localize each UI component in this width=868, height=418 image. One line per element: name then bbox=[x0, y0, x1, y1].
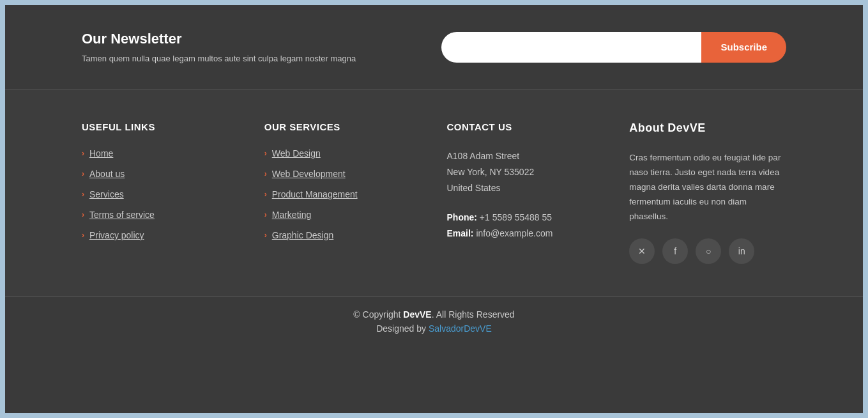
newsletter-title: Our Newsletter bbox=[82, 31, 356, 47]
nav-link-about[interactable]: About us bbox=[89, 169, 125, 179]
email-line: Email: info@example.com bbox=[447, 226, 604, 242]
about-col: About DevVE Cras fermentum odio eu feugi… bbox=[629, 121, 786, 264]
subscribe-button[interactable]: Subscribe bbox=[701, 32, 786, 63]
chevron-icon: › bbox=[264, 149, 267, 158]
our-services-heading: OUR SERVICES bbox=[264, 121, 422, 132]
chevron-icon: › bbox=[82, 149, 84, 158]
address-line3: United States bbox=[447, 180, 604, 196]
our-services-col: OUR SERVICES › Web Design › Web Developm… bbox=[264, 121, 422, 264]
chevron-icon: › bbox=[82, 210, 84, 219]
twitter-icon[interactable]: ✕ bbox=[629, 238, 655, 264]
contact-info: Phone: +1 5589 55488 55 Email: info@exam… bbox=[447, 210, 604, 242]
list-item: › Privacy policy bbox=[82, 230, 239, 240]
chevron-icon: › bbox=[264, 210, 267, 219]
designed-by-text: Designed by SalvadorDevVE bbox=[18, 323, 850, 334]
list-item: › About us bbox=[82, 169, 239, 179]
nav-link-terms[interactable]: Terms of service bbox=[89, 210, 155, 220]
list-item: › Marketing bbox=[264, 210, 422, 220]
designed-by-prefix: Designed by bbox=[376, 323, 429, 334]
chevron-icon: › bbox=[82, 190, 84, 199]
nav-link-home[interactable]: Home bbox=[89, 148, 113, 159]
service-link-marketing[interactable]: Marketing bbox=[272, 210, 311, 220]
services-list: › Web Design › Web Development › Product… bbox=[264, 148, 422, 240]
nav-link-privacy[interactable]: Privacy policy bbox=[89, 230, 144, 240]
address-line2: New York, NY 535022 bbox=[447, 164, 604, 180]
email-label: Email: bbox=[447, 228, 474, 238]
contact-us-col: CONTACT US A108 Adam Street New York, NY… bbox=[447, 121, 604, 264]
service-link-webdev[interactable]: Web Development bbox=[272, 169, 346, 179]
list-item: › Terms of service bbox=[82, 210, 239, 220]
service-link-graphicdesign[interactable]: Graphic Design bbox=[272, 230, 334, 240]
designer-link[interactable]: SalvadorDevVE bbox=[429, 323, 492, 334]
facebook-icon[interactable]: f bbox=[662, 238, 688, 264]
chevron-icon: › bbox=[264, 190, 267, 199]
list-item: › Home bbox=[82, 148, 239, 159]
list-item: › Product Management bbox=[264, 189, 422, 199]
phone-label: Phone: bbox=[447, 212, 477, 222]
list-item: › Graphic Design bbox=[264, 230, 422, 240]
chevron-icon: › bbox=[82, 169, 84, 178]
brand-name: DevVE bbox=[403, 309, 431, 320]
instagram-icon[interactable]: ○ bbox=[696, 238, 721, 264]
phone-line: Phone: +1 5589 55488 55 bbox=[447, 210, 604, 226]
rights-text: . All Rights Reserved bbox=[432, 309, 515, 320]
newsletter-subtitle: Tamen quem nulla quae legam multos aute … bbox=[82, 54, 356, 63]
social-icons-group: ✕ f ○ in bbox=[629, 238, 786, 264]
newsletter-text: Our Newsletter Tamen quem nulla quae leg… bbox=[82, 31, 356, 63]
service-link-productmgmt[interactable]: Product Management bbox=[272, 189, 358, 199]
about-heading: About DevVE bbox=[629, 121, 786, 135]
page-wrapper: Our Newsletter Tamen quem nulla quae leg… bbox=[0, 0, 868, 418]
newsletter-form: Subscribe bbox=[441, 32, 786, 63]
linkedin-icon[interactable]: in bbox=[729, 238, 754, 264]
useful-links-heading: USEFUL LINKS bbox=[82, 121, 239, 132]
list-item: › Web Development bbox=[264, 169, 422, 179]
chevron-icon: › bbox=[264, 169, 267, 178]
address-line1: A108 Adam Street bbox=[447, 148, 604, 164]
newsletter-section: Our Newsletter Tamen quem nulla quae leg… bbox=[5, 5, 863, 89]
footer-main: USEFUL LINKS › Home › About us › Service… bbox=[5, 89, 863, 297]
copyright-text: © Copyright DevVE. All Rights Reserved bbox=[18, 309, 850, 320]
copyright-prefix: © Copyright bbox=[353, 309, 403, 320]
contact-address: A108 Adam Street New York, NY 535022 Uni… bbox=[447, 148, 604, 197]
chevron-icon: › bbox=[264, 231, 267, 240]
useful-links-col: USEFUL LINKS › Home › About us › Service… bbox=[82, 121, 239, 264]
phone-value: +1 5589 55488 55 bbox=[480, 212, 552, 222]
list-item: › Services bbox=[82, 189, 239, 199]
contact-us-heading: CONTACT US bbox=[447, 121, 604, 132]
list-item: › Web Design bbox=[264, 148, 422, 159]
newsletter-email-input[interactable] bbox=[441, 32, 701, 63]
about-description: Cras fermentum odio eu feugiat lide par … bbox=[629, 151, 786, 224]
useful-links-list: › Home › About us › Services › Terms of … bbox=[82, 148, 239, 240]
footer-bottom: © Copyright DevVE. All Rights Reserved D… bbox=[5, 297, 863, 346]
service-link-webdesign[interactable]: Web Design bbox=[272, 148, 321, 159]
chevron-icon: › bbox=[82, 231, 84, 240]
email-value: info@example.com bbox=[476, 228, 552, 238]
nav-link-services[interactable]: Services bbox=[89, 189, 124, 199]
